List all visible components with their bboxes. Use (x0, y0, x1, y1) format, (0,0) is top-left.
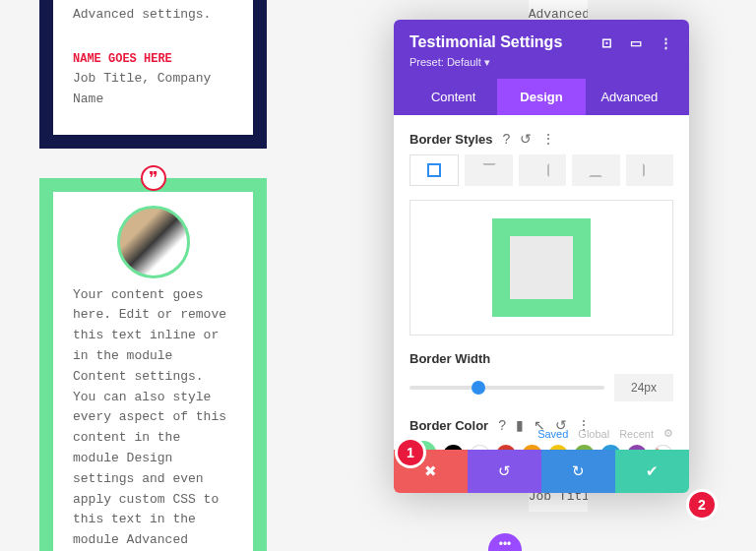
annotation-1: 1 (398, 440, 423, 465)
testimonial-card-dark: Advanced settings. NAME GOES HERE Job Ti… (39, 0, 267, 149)
border-width-label: Border Width (410, 351, 490, 366)
border-style-right[interactable] (519, 154, 566, 186)
preview-box (492, 218, 591, 317)
border-width-value[interactable]: 24px (614, 374, 673, 401)
kebab-icon[interactable]: ⋮ (658, 35, 673, 50)
border-style-all[interactable] (410, 154, 459, 186)
author-job: Job Title, Company Name (73, 69, 233, 110)
border-style-top[interactable] (465, 154, 512, 186)
border-width-slider[interactable] (410, 386, 604, 390)
tab-design[interactable]: Design (497, 79, 585, 115)
avatar (117, 206, 190, 278)
swatch-transparent[interactable] (653, 445, 673, 450)
palette-recent[interactable]: Recent (619, 428, 654, 440)
slider-thumb[interactable] (472, 381, 485, 395)
quote-icon: ❞ (141, 165, 166, 191)
annotation-2: 2 (689, 492, 715, 518)
device-icon[interactable]: ▮ (516, 417, 524, 433)
undo-button[interactable]: ↺ (468, 450, 541, 493)
card-text: Advanced settings. (73, 5, 233, 26)
responsive-icon[interactable]: ⊡ (598, 35, 614, 50)
help-icon[interactable]: ? (498, 417, 506, 433)
more-icon[interactable]: ⋮ (541, 131, 555, 147)
card-text[interactable]: Your content goes here. Edit or remove t… (73, 285, 233, 551)
save-button[interactable]: ✔ (615, 450, 689, 493)
tab-content[interactable]: Content (410, 79, 497, 115)
tab-advanced[interactable]: Advanced (586, 79, 673, 115)
palette-saved[interactable]: Saved (537, 428, 568, 440)
gear-icon[interactable]: ⚙ (663, 427, 673, 440)
preset-dropdown[interactable]: Preset: Default ▾ (410, 56, 673, 69)
author-name: NAME GOES HERE (73, 50, 233, 69)
reset-icon[interactable]: ↺ (520, 131, 532, 147)
border-style-left[interactable] (626, 154, 673, 186)
expand-icon[interactable]: ▭ (628, 35, 644, 50)
module-settings-panel: Testimonial Settings ⊡ ▭ ⋮ Preset: Defau… (394, 20, 689, 493)
redo-button[interactable]: ↻ (541, 450, 615, 493)
help-icon[interactable]: ? (503, 131, 511, 147)
panel-title: Testimonial Settings (410, 33, 562, 51)
border-style-bottom[interactable] (572, 154, 619, 186)
border-styles-label: Border Styles (410, 132, 493, 147)
palette-global[interactable]: Global (578, 428, 609, 440)
border-preview (410, 200, 673, 336)
border-color-label: Border Color (410, 418, 488, 433)
